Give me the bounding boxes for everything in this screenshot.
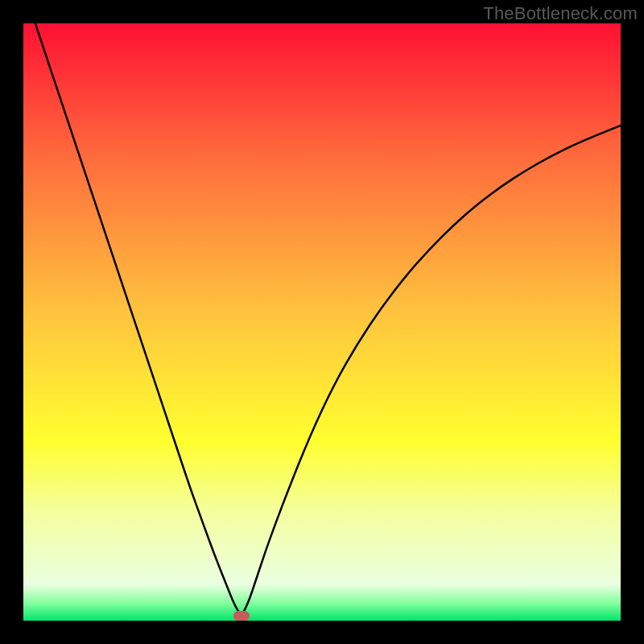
series-bottleneck-right [242,126,621,616]
plot-area [23,23,621,621]
optimum-marker [233,611,250,621]
watermark-text: TheBottleneck.com [483,3,638,24]
series-bottleneck-left [35,23,242,616]
chart-frame: TheBottleneck.com [0,0,644,644]
curve-layer [23,23,621,621]
